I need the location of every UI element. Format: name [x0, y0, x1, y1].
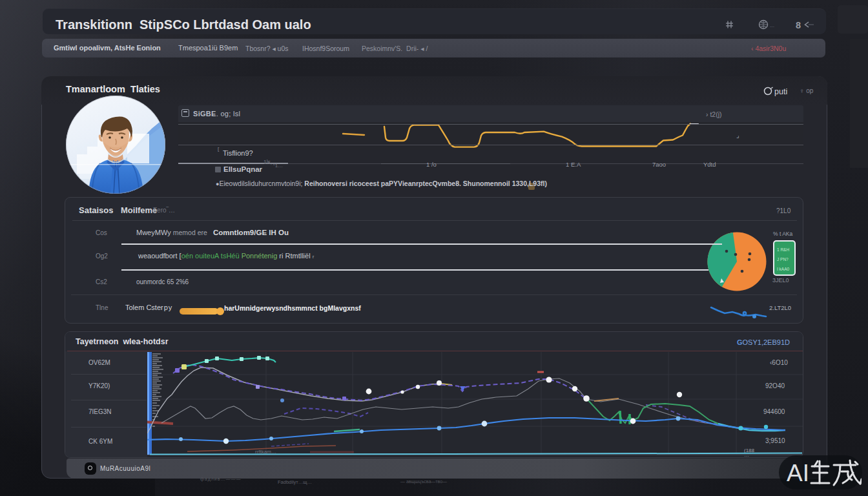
svg-text:♀ op: ♀ op: [800, 87, 814, 94]
svg-text:rrftkam…: rrftkam…: [255, 449, 276, 455]
svg-text:...: ...: [770, 22, 774, 28]
svg-text:8: 8: [796, 20, 801, 30]
svg-text:puti: puti: [774, 87, 787, 96]
